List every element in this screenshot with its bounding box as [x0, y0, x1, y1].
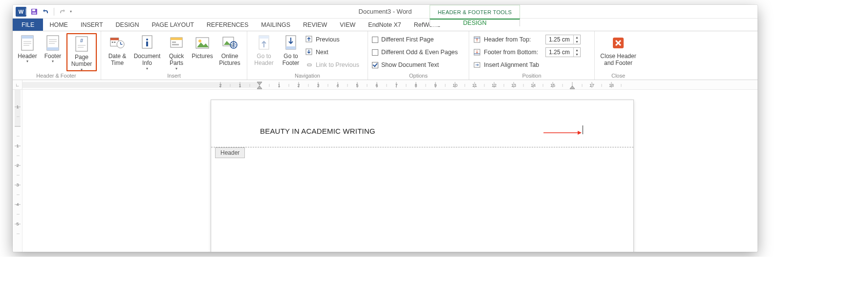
- spin-down-icon[interactable]: ▼: [574, 52, 580, 57]
- redo-icon[interactable]: [58, 8, 66, 16]
- footer-from-bottom-label: Footer from Bottom:: [484, 49, 542, 56]
- svg-rect-47: [22, 82, 260, 88]
- svg-rect-1: [32, 9, 35, 11]
- svg-text:1: 1: [16, 143, 19, 148]
- header-icon: [20, 35, 35, 51]
- svg-rect-36: [259, 36, 269, 39]
- header-text[interactable]: BEAUTY IN ACADEMIC WRITING: [260, 127, 375, 135]
- navigation-mini-column: Previous Next Link to Previous: [305, 33, 364, 70]
- svg-text:3: 3: [317, 83, 319, 88]
- different-odd-even-label: Different Odd & Even Pages: [381, 49, 458, 56]
- calendar-clock-icon: [109, 35, 125, 51]
- contextual-tab-label: HEADER & FOOTER TOOLS: [430, 5, 520, 19]
- footer-from-bottom-input[interactable]: ▲▼: [545, 47, 581, 57]
- svg-text:18: 18: [609, 83, 614, 88]
- workarea: ∟ 211234567891011121314151718 112345 BEA…: [13, 80, 758, 252]
- svg-point-25: [146, 39, 148, 41]
- insert-alignment-tab-label: Insert Alignment Tab: [484, 61, 539, 68]
- go-to-header-label: Go to Header: [251, 53, 277, 67]
- tab-page-layout[interactable]: PAGE LAYOUT: [145, 19, 200, 31]
- word-app-icon: W: [16, 7, 26, 17]
- different-first-page-checkbox[interactable]: Different First Page: [372, 34, 465, 45]
- group-close-label: Close: [599, 72, 638, 79]
- insert-alignment-tab-button[interactable]: Insert Alignment Tab: [473, 60, 590, 70]
- document-info-button[interactable]: Document Info▾: [131, 33, 163, 71]
- tab-endnote[interactable]: EndNote X7: [362, 19, 407, 31]
- pictures-button[interactable]: Pictures: [190, 33, 215, 71]
- svg-text:9: 9: [434, 83, 436, 88]
- svg-rect-26: [146, 41, 148, 46]
- window-title: Document3 - Word: [13, 8, 758, 15]
- alignment-tab-icon: [473, 61, 481, 69]
- group-position-label: Position: [473, 72, 590, 79]
- svg-text:12: 12: [492, 83, 497, 88]
- document-info-label: Document Info: [131, 53, 163, 67]
- previous-label: Previous: [316, 36, 340, 43]
- footer-button[interactable]: Footer▾: [41, 33, 65, 71]
- group-position: Header from Top: ▲▼ Footer from Bottom: …: [469, 31, 595, 80]
- next-button[interactable]: Next: [305, 47, 364, 58]
- vertical-ruler[interactable]: 112345: [13, 90, 22, 252]
- tab-references[interactable]: REFERENCES: [200, 19, 255, 31]
- go-to-footer-icon: [283, 35, 299, 51]
- tab-insert[interactable]: INSERT: [74, 19, 109, 31]
- footer-bottom-value[interactable]: [546, 49, 573, 56]
- pictures-icon: [195, 35, 210, 51]
- previous-button[interactable]: Previous: [305, 34, 364, 45]
- date-time-label: Date & Time: [105, 53, 130, 67]
- svg-text:5: 5: [16, 222, 19, 226]
- group-navigation-label: Navigation: [251, 72, 364, 79]
- spin-up-icon[interactable]: ▲: [574, 35, 580, 40]
- checkbox-icon: [372, 49, 378, 56]
- svg-text:2: 2: [297, 83, 300, 88]
- tab-design[interactable]: DESIGN: [109, 19, 146, 31]
- page-number-button[interactable]: # Page Number▾: [66, 33, 97, 71]
- spin-down-icon[interactable]: ▼: [574, 40, 580, 44]
- svg-text:1: 1: [278, 83, 280, 88]
- page-number-icon: #: [74, 36, 89, 52]
- header-top-value[interactable]: [546, 36, 573, 43]
- link-label: Link to Previous: [316, 61, 359, 68]
- ribbon-tabs: FILE HOME INSERT DESIGN PAGE LAYOUT REFE…: [13, 19, 758, 31]
- svg-text:8: 8: [414, 83, 417, 88]
- undo-icon[interactable]: [42, 8, 50, 16]
- close-header-footer-label: Close Header and Footer: [599, 53, 638, 67]
- text-cursor: [583, 125, 583, 134]
- svg-text:1: 1: [239, 83, 241, 88]
- document-page[interactable]: BEAUTY IN ACADEMIC WRITING Header: [211, 100, 634, 252]
- online-pictures-label: Online Pictures: [217, 53, 243, 67]
- close-header-footer-button[interactable]: Close Header and Footer: [599, 33, 638, 71]
- header-button[interactable]: Header▾: [16, 33, 39, 71]
- link-to-previous-button[interactable]: Link to Previous: [305, 60, 364, 70]
- svg-text:5: 5: [356, 83, 358, 88]
- quick-parts-button[interactable]: Quick Parts▾: [165, 33, 188, 71]
- tab-home[interactable]: HOME: [43, 19, 74, 31]
- pictures-label: Pictures: [192, 53, 213, 67]
- titlebar: W ▾ Document3 - Word HEADER & FOOTER TOO…: [13, 5, 758, 19]
- online-pictures-button[interactable]: Online Pictures: [217, 33, 243, 71]
- show-document-text-checkbox[interactable]: Show Document Text: [372, 60, 465, 70]
- go-to-header-button[interactable]: Go to Header: [251, 33, 277, 71]
- svg-text:11: 11: [472, 83, 477, 88]
- save-icon[interactable]: [30, 8, 38, 16]
- next-label: Next: [316, 49, 328, 56]
- tab-design-contextual[interactable]: DESIGN: [430, 19, 520, 26]
- footer-label: Footer: [44, 53, 62, 60]
- different-odd-even-checkbox[interactable]: Different Odd & Even Pages: [372, 47, 465, 58]
- tab-file[interactable]: FILE: [13, 19, 43, 31]
- go-to-footer-button[interactable]: Go to Footer: [279, 33, 303, 71]
- svg-text:10: 10: [453, 83, 457, 88]
- page-number-label: Page Number: [67, 54, 96, 68]
- date-time-button[interactable]: Date & Time: [105, 33, 130, 71]
- close-icon: [610, 35, 626, 51]
- tab-mailings[interactable]: MAILINGS: [255, 19, 297, 31]
- horizontal-ruler[interactable]: 211234567891011121314151718: [22, 80, 758, 90]
- tab-review[interactable]: REVIEW: [297, 19, 333, 31]
- header-top-icon: [473, 36, 481, 43]
- svg-text:17: 17: [589, 83, 594, 88]
- spin-up-icon[interactable]: ▲: [574, 48, 580, 52]
- quick-access-toolbar: W ▾: [13, 7, 72, 17]
- qat-customize-icon[interactable]: ▾: [70, 9, 72, 14]
- tab-view[interactable]: VIEW: [333, 19, 362, 31]
- header-from-top-input[interactable]: ▲▼: [545, 35, 581, 44]
